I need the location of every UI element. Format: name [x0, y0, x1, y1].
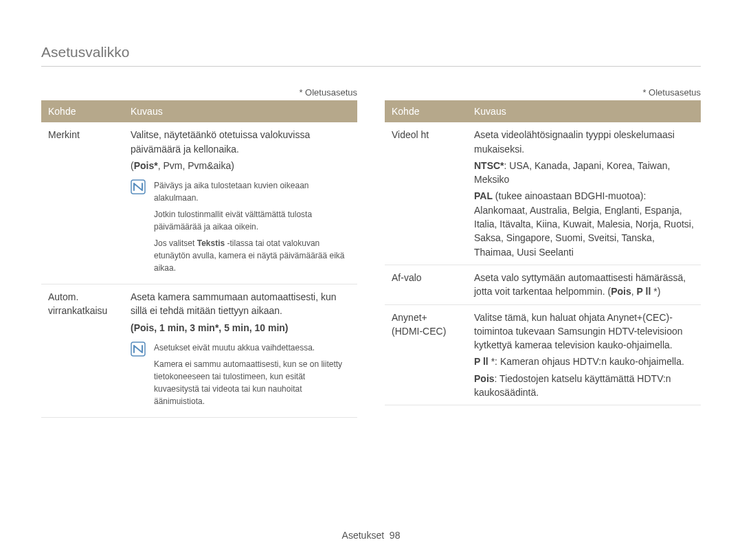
cell-kuvaus: Valitse tämä, kun haluat ohjata Anynet+(…	[467, 304, 701, 405]
default-label-right: * Oletusasetus	[385, 87, 701, 98]
note-bold: Tekstis	[197, 238, 225, 248]
note-span: Jos valitset	[154, 238, 197, 248]
note-body: Asetukset eivät muutu akkua vaihdettaess…	[154, 341, 350, 412]
content-columns: * Oletusasetus Kohde Kuvaus Merkint Vali…	[41, 87, 701, 418]
left-table: Kohde Kuvaus Merkint Valitse, näytetäänk…	[41, 100, 357, 418]
footer-page: 98	[390, 530, 401, 541]
cell-kuvaus: Aseta valo syttymään automaattisesti häm…	[467, 265, 701, 304]
row-videolaht: Videol ht Aseta videolähtösignaalin tyyp…	[385, 122, 701, 265]
cell-kohde: Videol ht	[385, 122, 467, 265]
th-kohde: Kohde	[385, 100, 467, 122]
options-text: (Pois*, Pvm, Pvm&aika)	[131, 159, 350, 172]
pois-rest: : Tiedostojen katselu käyttämättä HDTV:n…	[474, 373, 671, 398]
note-line: Jos valitset Tekstis -tilassa tai otat v…	[154, 237, 350, 274]
desc-bold: Pois	[611, 286, 631, 297]
title-rule	[41, 66, 701, 67]
row-anynet: Anynet+ (HDMI-CEC) Valitse tämä, kun hal…	[385, 304, 701, 405]
cell-kuvaus: Aseta videolähtösignaalin tyyppi oleskel…	[467, 122, 701, 265]
pll-bold: P ll	[474, 356, 488, 367]
note-block: Asetukset eivät muutu akkua vaihdettaess…	[131, 341, 350, 412]
note-line: Päiväys ja aika tulostetaan kuvien oikea…	[154, 179, 350, 204]
options-text: (Pois, 1 min, 3 min*, 5 min, 10 min)	[131, 321, 350, 335]
note-body: Päiväys ja aika tulostetaan kuvien oikea…	[154, 179, 350, 278]
note-icon	[131, 341, 146, 412]
pal-rest: (tukee ainoastaan BDGHI-muotoa): Alankom…	[474, 190, 694, 257]
desc-bold: P ll	[637, 286, 651, 297]
opts-bold: Pois*	[134, 160, 158, 171]
ntsc-rest: : USA, Kanada, Japani, Korea, Taiwan, Me…	[474, 160, 670, 185]
cell-kuvaus: Aseta kamera sammumaan automaattisesti, …	[124, 284, 357, 418]
pois-line: Pois: Tiedostojen katselu käyttämättä HD…	[474, 372, 694, 400]
desc-text: Aseta kamera sammumaan automaattisesti, …	[131, 290, 350, 318]
row-af-valo: Af-valo Aseta valo syttymään automaattis…	[385, 265, 701, 304]
th-kuvaus: Kuvaus	[124, 100, 357, 122]
right-table: Kohde Kuvaus Videol ht Aseta videolähtös…	[385, 100, 701, 405]
cell-kohde: Af-valo	[385, 265, 467, 304]
pal-bold: PAL	[474, 190, 493, 201]
note-line: Kamera ei sammu automaattisesti, kun se …	[154, 358, 350, 407]
row-merkint: Merkint Valitse, näytetäänkö otetuissa v…	[41, 122, 357, 284]
desc-text: Valitse, näytetäänkö otetuissa valokuvis…	[131, 128, 350, 156]
cell-kohde: Anynet+ (HDMI-CEC)	[385, 304, 467, 405]
note-line: Asetukset eivät muutu akkua vaihdettaess…	[154, 341, 350, 354]
opts-bold: (Pois, 1 min, 3 min*, 5 min, 10 min)	[131, 322, 289, 333]
desc-text: Valitse tämä, kun haluat ohjata Anynet+(…	[474, 311, 694, 352]
cell-kuvaus: Valitse, näytetäänkö otetuissa valokuvis…	[124, 122, 357, 284]
pll-rest: *: Kameran ohjaus HDTV:n kauko-ohjaimell…	[488, 356, 684, 367]
pal-line: PAL (tukee ainoastaan BDGHI-muotoa): Ala…	[474, 189, 694, 258]
desc-span: *)	[651, 286, 660, 297]
note-block: Päiväys ja aika tulostetaan kuvien oikea…	[131, 179, 350, 278]
pll-line: P ll *: Kameran ohjaus HDTV:n kauko-ohja…	[474, 355, 694, 368]
desc-text: Aseta videolähtösignaalin tyyppi oleskel…	[474, 128, 694, 156]
default-label-left: * Oletusasetus	[41, 87, 357, 98]
footer-section: Asetukset	[342, 530, 384, 541]
left-column: * Oletusasetus Kohde Kuvaus Merkint Vali…	[41, 87, 357, 418]
ntsc-bold: NTSC*	[474, 160, 504, 171]
th-kohde: Kohde	[41, 100, 124, 122]
row-autom-virrankatkaisu: Autom. virrankatkaisu Aseta kamera sammu…	[41, 284, 357, 418]
th-kuvaus: Kuvaus	[467, 100, 701, 122]
page-title: Asetusvalikko	[41, 44, 701, 60]
cell-kohde: Merkint	[41, 122, 124, 284]
page-footer: Asetukset 98	[0, 530, 742, 541]
opts-rest: , Pvm, Pvm&aika)	[158, 160, 234, 171]
ntsc-line: NTSC*: USA, Kanada, Japani, Korea, Taiwa…	[474, 159, 694, 187]
note-line: Jotkin tulostinmallit eivät välttämättä …	[154, 208, 350, 233]
note-icon	[131, 179, 146, 278]
desc-span: ,	[631, 286, 637, 297]
cell-kohde: Autom. virrankatkaisu	[41, 284, 124, 418]
pois-bold: Pois	[474, 373, 495, 384]
right-column: * Oletusasetus Kohde Kuvaus Videol ht As…	[385, 87, 701, 418]
